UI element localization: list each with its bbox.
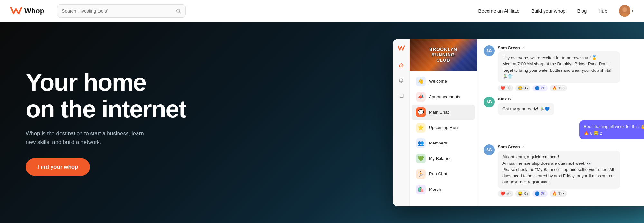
channel-item-welcome[interactable]: 👋 Welcome: [412, 74, 475, 89]
channel-icon: 🏃: [416, 169, 426, 179]
user-avatar-button[interactable]: ▾: [619, 5, 634, 17]
message-sender: Sam Green: [498, 144, 520, 149]
message-content: Alex B Got my gear ready! 🏃‍♂️💙: [498, 97, 644, 116]
channel-icon: 👋: [416, 77, 426, 86]
channel-item-run-chat[interactable]: 🏃 Run Chat: [412, 166, 475, 182]
nav-hub[interactable]: Hub: [598, 8, 607, 14]
channel-label: Merch: [429, 187, 441, 192]
nav-build-whop[interactable]: Build your whop: [531, 8, 566, 14]
svg-point-0: [177, 9, 180, 12]
channel-icon: 📣: [416, 92, 426, 102]
logo-text: Whop: [24, 7, 44, 15]
channel-icon: 🛍️: [416, 185, 426, 194]
hero-content: Your home on the internet Whop is the de…: [0, 69, 213, 176]
reaction-badge[interactable]: ❤️ 50: [498, 85, 513, 91]
channel-label: Members: [429, 141, 447, 145]
channel-label: Welcome: [429, 79, 447, 84]
channel-item-announcements[interactable]: 📣 Announcements: [412, 89, 475, 105]
channel-item-main-chat[interactable]: 💬 Main Chat: [412, 105, 475, 120]
message-bubble: Got my gear ready! 🏃‍♂️💙: [498, 103, 554, 116]
message-header: Alex B: [498, 97, 644, 101]
hero-subtitle: Whop is the destination to start a busin…: [26, 129, 155, 146]
verified-icon: ✓: [522, 46, 525, 50]
reaction-badge[interactable]: 😂 35: [515, 190, 531, 197]
channel-item-merch[interactable]: 🛍️ Merch: [412, 182, 475, 197]
nav-blog[interactable]: Blog: [577, 8, 587, 14]
search-bar[interactable]: [57, 4, 186, 18]
message-avatar: SG: [484, 45, 495, 56]
channel-label: Run Chat: [429, 172, 447, 176]
nav-links: Become an Affiliate Build your whop Blog…: [478, 5, 634, 17]
message-reactions: ❤️ 50😂 35🔵 20🔥 123: [498, 85, 644, 91]
message-reactions: ❤️ 50😂 35🔵 20🔥 123: [498, 190, 644, 197]
svg-line-1: [179, 12, 181, 13]
message-row-3: SG Sam Green ✓ Alright team, a quick rem…: [484, 144, 644, 197]
message-bubble: Hey everyone, we're excited for tomorrow…: [498, 51, 620, 83]
channel-item-my-balance[interactable]: 💚 My Balance: [412, 151, 475, 166]
channel-icon: 💚: [416, 154, 426, 163]
channel-banner: BROOKLYNRUNNINGCLUB: [410, 39, 477, 71]
message-header: Sam Green ✓: [498, 45, 644, 50]
search-input[interactable]: [62, 8, 174, 14]
channel-icon: 💬: [416, 107, 426, 117]
verified-icon: ✓: [522, 145, 525, 149]
channel-label: Upcoming Run: [429, 125, 458, 130]
reaction-badge[interactable]: 🔥 123: [550, 190, 567, 197]
message-content: Sam Green ✓ Hey everyone, we're excited …: [498, 45, 644, 91]
hero-section: Your home on the internet Whop is the de…: [0, 22, 644, 223]
avatar: [619, 5, 630, 17]
channel-icon: 👥: [416, 138, 426, 148]
bell-icon[interactable]: [397, 76, 406, 85]
svg-point-3: [622, 7, 627, 12]
hero-title: Your home on the internet: [26, 69, 213, 123]
reaction-badge[interactable]: ❤️ 50: [498, 190, 513, 197]
sidebar-icons: [393, 39, 410, 206]
reaction-badge[interactable]: 🔥 123: [550, 85, 567, 91]
message-row-own: Been training all week for this! 💪 🔥 8 😂…: [484, 120, 644, 139]
message-bubble: Alright team, a quick reminder! Annual m…: [498, 151, 620, 189]
message-avatar: SG: [484, 144, 495, 155]
message-content: Sam Green ✓ Alright team, a quick remind…: [498, 144, 644, 197]
reaction-badge[interactable]: 🔵 20: [532, 85, 548, 91]
channel-list: BROOKLYNRUNNINGCLUB 👋 Welcome 📣 Announce…: [410, 39, 477, 206]
channel-item-upcoming-run[interactable]: ⭐ Upcoming Run: [412, 120, 475, 135]
message-row-0: SG Sam Green ✓ Hey everyone, we're excit…: [484, 45, 644, 91]
channel-label: My Balance: [429, 156, 452, 161]
whop-logo-icon: [10, 6, 22, 15]
search-icon: [176, 8, 181, 14]
message-sender: Alex B: [498, 97, 511, 101]
channel-items: 👋 Welcome 📣 Announcements 💬 Main Chat ⭐ …: [410, 71, 477, 206]
banner-text: BROOKLYNRUNNINGCLUB: [427, 44, 460, 65]
message-header: Sam Green ✓: [498, 144, 644, 149]
message-sender: Sam Green: [498, 45, 520, 50]
chevron-down-icon: ▾: [632, 9, 634, 13]
nav-become-affiliate[interactable]: Become an Affiliate: [478, 8, 520, 14]
app-logo-icon: [397, 43, 406, 52]
find-whop-button[interactable]: Find your whop: [26, 158, 90, 176]
navbar: Whop Become an Affiliate Build your whop…: [0, 0, 644, 22]
chat-messages: SG Sam Green ✓ Hey everyone, we're excit…: [477, 39, 644, 206]
reaction-badge[interactable]: 😂 35: [515, 85, 531, 91]
channel-item-members[interactable]: 👥 Members: [412, 135, 475, 151]
channel-icon: ⭐: [416, 123, 426, 133]
message-avatar: AB: [484, 97, 495, 107]
app-window: BROOKLYNRUNNINGCLUB 👋 Welcome 📣 Announce…: [393, 39, 644, 206]
chat-icon[interactable]: [397, 92, 406, 101]
logo-link[interactable]: Whop: [10, 6, 44, 15]
reaction-badge[interactable]: 🔵 20: [532, 190, 548, 197]
chat-area: SG Sam Green ✓ Hey everyone, we're excit…: [477, 39, 644, 206]
avatar-image: [619, 5, 630, 17]
channel-label: Main Chat: [429, 110, 449, 115]
home-icon[interactable]: [397, 61, 406, 70]
message-row-1: AB Alex B Got my gear ready! 🏃‍♂️💙: [484, 97, 644, 116]
channel-label: Announcements: [429, 94, 460, 99]
message-bubble-own: Been training all week for this! 💪 🔥 8 😂…: [579, 120, 644, 139]
